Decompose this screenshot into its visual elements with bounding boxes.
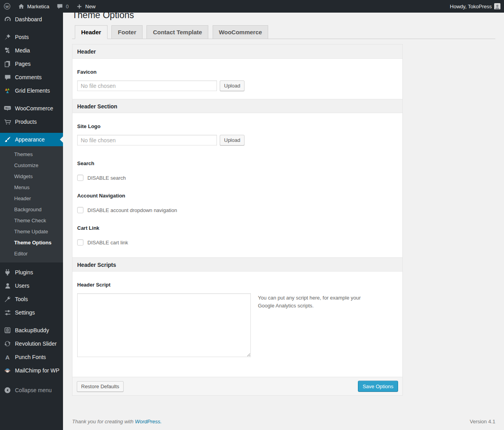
submenu-item-editor[interactable]: Editor: [0, 248, 63, 259]
sidebar-item-comments[interactable]: Comments: [0, 71, 63, 84]
sidebar-item-plugins[interactable]: Plugins: [0, 266, 63, 279]
tab-contact-template[interactable]: Contact Template: [146, 25, 208, 39]
admin-sidebar: Dashboard Posts Media Pages Comments Gri…: [0, 13, 63, 430]
submenu-item-customize[interactable]: Customize: [0, 160, 63, 171]
collapse-menu-label: Collapse menu: [15, 387, 52, 393]
site-name: Marketica: [27, 4, 49, 9]
sidebar-item-users[interactable]: Users: [0, 279, 63, 292]
tab-bar: Header Footer Contact Template WooCommer…: [72, 25, 495, 39]
wordpress-link[interactable]: WordPress.: [135, 419, 162, 424]
account-navigation-label: Account Navigation: [77, 193, 398, 199]
svg-text:W: W: [6, 5, 9, 9]
favicon-upload-button[interactable]: Upload: [220, 80, 245, 91]
site-logo-upload-button[interactable]: Upload: [220, 135, 245, 145]
letter-a-icon: A: [4, 353, 11, 361]
disable-cart-link-row: DISABLE cart link: [77, 239, 398, 246]
sidebar-item-grid-elements[interactable]: Grid Elements: [0, 84, 63, 97]
sidebar-item-mailchimp[interactable]: MailChimp for WP: [0, 364, 63, 377]
section-header-section-body: Site Logo Upload Search DISABLE search A…: [72, 123, 402, 257]
submenu-item-theme-check[interactable]: Theme Check: [0, 215, 63, 226]
sidebar-item-label: MailChimp for WP: [15, 367, 59, 374]
submenu-item-header[interactable]: Header: [0, 193, 63, 204]
submenu-item-menus[interactable]: Menus: [0, 182, 63, 193]
save-options-button[interactable]: Save Options: [358, 381, 398, 392]
sidebar-item-appearance[interactable]: Appearance: [0, 133, 63, 146]
backupbuddy-icon: [4, 326, 11, 334]
section-header-body: Favicon Upload: [72, 69, 402, 99]
section-header-section: Header Section: [72, 99, 402, 113]
sidebar-item-settings[interactable]: Settings: [0, 306, 63, 319]
sidebar-item-label: WooCommerce: [15, 105, 53, 112]
comments-bubble[interactable]: 0: [53, 0, 72, 13]
sidebar-item-label: Products: [15, 119, 37, 125]
sidebar-item-label: Settings: [15, 309, 35, 316]
disable-search-row: DISABLE search: [77, 175, 398, 181]
disable-account-nav-row: DISABLE account dropdown navigation: [77, 207, 398, 213]
admin-bar: W Marketica 0 New Howdy, TokoPress: [0, 0, 504, 13]
plugin-icon: [4, 268, 11, 276]
restore-defaults-button[interactable]: Restore Defaults: [77, 381, 124, 392]
sidebar-item-woocommerce[interactable]: Woo WooCommerce: [0, 102, 63, 115]
sidebar-item-label: BackupBuddy: [15, 327, 49, 333]
wordpress-logo-icon: W: [4, 3, 11, 10]
user-icon: [4, 282, 11, 290]
sidebar-item-label: Revolution Slider: [15, 341, 57, 347]
tab-footer[interactable]: Footer: [111, 25, 143, 39]
header-script-textarea[interactable]: [77, 293, 251, 357]
grid-elements-icon: [4, 87, 11, 95]
sidebar-item-tools[interactable]: Tools: [0, 292, 63, 306]
sidebar-item-label: Appearance: [15, 136, 45, 143]
sidebar-item-posts[interactable]: Posts: [0, 30, 63, 44]
submenu-item-theme-options[interactable]: Theme Options: [0, 237, 63, 248]
search-label: Search: [77, 160, 398, 166]
disable-account-nav-label: DISABLE account dropdown navigation: [87, 207, 177, 213]
howdy-text: Howdy, TokoPress: [450, 4, 492, 9]
disable-account-nav-checkbox[interactable]: [77, 207, 83, 213]
mailchimp-monkey-icon: [4, 367, 11, 374]
tab-woocommerce[interactable]: WooCommerce: [213, 25, 269, 39]
submenu-item-background[interactable]: Background: [0, 204, 63, 215]
header-script-label: Header Script: [77, 282, 398, 288]
sidebar-item-dashboard[interactable]: Dashboard: [0, 13, 63, 26]
settings-sliders-icon: [4, 309, 11, 316]
disable-cart-link-label: DISABLE cart link: [87, 240, 128, 246]
submenu-item-widgets[interactable]: Widgets: [0, 171, 63, 182]
page-footer: Thank you for creating with WordPress. V…: [72, 419, 495, 424]
sidebar-item-media[interactable]: Media: [0, 44, 63, 57]
sidebar-item-revolution-slider[interactable]: Revolution Slider: [0, 337, 63, 350]
site-logo-label: Site Logo: [77, 123, 398, 129]
wordpress-logo-menu[interactable]: W: [0, 0, 14, 13]
favicon-file-input[interactable]: [77, 80, 217, 91]
comment-count: 0: [66, 4, 69, 9]
submenu-item-theme-update[interactable]: Theme Update: [0, 226, 63, 237]
avatar: [494, 3, 500, 9]
my-account-menu[interactable]: Howdy, TokoPress: [447, 0, 504, 13]
woocommerce-icon: Woo: [4, 104, 11, 112]
site-logo-file-input[interactable]: [77, 135, 217, 145]
sidebar-item-label: Comments: [15, 74, 42, 80]
new-content-menu[interactable]: New: [72, 0, 99, 13]
disable-cart-link-checkbox[interactable]: [77, 239, 83, 246]
sidebar-item-punch-fonts[interactable]: A Punch Fonts: [0, 350, 63, 364]
collapse-menu-button[interactable]: Collapse menu: [0, 383, 63, 397]
sidebar-item-products[interactable]: Products: [0, 115, 63, 128]
dashboard-icon: [4, 15, 11, 23]
sidebar-item-label: Dashboard: [15, 16, 42, 22]
svg-text:Woo: Woo: [5, 107, 9, 109]
panel-footer: Restore Defaults Save Options: [72, 377, 402, 395]
theme-options-panel: Header Favicon Upload Header Section Sit…: [72, 44, 403, 396]
home-icon: [18, 3, 25, 10]
sidebar-item-backupbuddy[interactable]: BackupBuddy: [0, 324, 63, 337]
tab-header[interactable]: Header: [75, 25, 107, 39]
main-content: Theme Options Header Footer Contact Temp…: [63, 0, 504, 424]
footer-thanks-text: Thank you for creating with WordPress.: [72, 419, 162, 424]
site-link[interactable]: Marketica: [14, 0, 53, 13]
disable-search-checkbox[interactable]: [77, 175, 83, 181]
sidebar-item-label: Tools: [15, 296, 28, 302]
sidebar-item-pages[interactable]: Pages: [0, 57, 63, 71]
section-header: Header: [72, 45, 402, 59]
comments-icon: [4, 73, 11, 81]
submenu-item-themes[interactable]: Themes: [0, 149, 63, 160]
sidebar-item-label: Grid Elements: [15, 87, 50, 94]
plus-icon: [76, 3, 83, 10]
